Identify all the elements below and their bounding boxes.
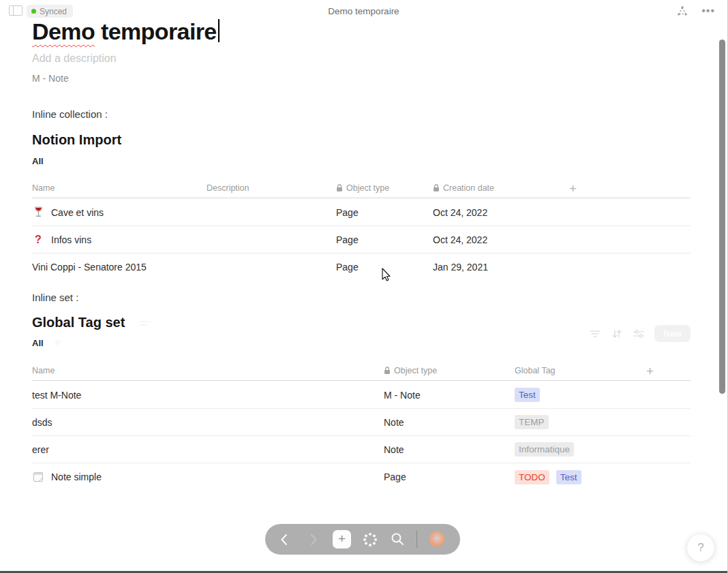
collection-view-all-tab[interactable]: All [32, 156, 44, 166]
wine-glass-icon [32, 206, 44, 218]
tag-pill[interactable]: Test [515, 388, 540, 402]
row-object-type: Page [336, 262, 433, 273]
column-header-description[interactable]: Description [207, 183, 336, 193]
table-row[interactable]: Note simple Page TODO Test [32, 463, 691, 491]
row-object-type: Note [384, 417, 515, 428]
row-tags: TODO Test [515, 470, 646, 484]
column-header-name[interactable]: Name [32, 183, 207, 193]
sort-icon[interactable] [611, 328, 623, 339]
column-header-object-type[interactable]: Object type [384, 366, 515, 375]
row-name: Cave et vins [51, 207, 104, 218]
set-title[interactable]: Global Tag set [32, 315, 125, 330]
column-header-creation-date[interactable]: Creation date [433, 183, 569, 193]
row-creation-date: Oct 24, 2022 [433, 234, 569, 245]
toolbar-divider [416, 531, 417, 548]
row-object-type: M - Note [384, 390, 515, 401]
column-header-object-type[interactable]: Object type [336, 183, 433, 193]
column-header-name[interactable]: Name [32, 366, 384, 375]
row-name: Vini Coppi - Senatore 2015 [32, 262, 147, 273]
description-placeholder[interactable]: Add a description [32, 52, 117, 65]
create-object-icon[interactable]: + [333, 530, 351, 548]
row-object-type: Note [384, 444, 515, 455]
set-toolbar: New [589, 325, 691, 342]
back-icon[interactable] [279, 533, 290, 546]
tag-pill[interactable]: Test [556, 470, 581, 484]
apps-grid-icon[interactable] [361, 531, 379, 548]
document-body: Demo temporaire Add a description M - No… [32, 0, 691, 573]
row-object-type: Page [384, 471, 515, 482]
row-name: test M-Note [32, 390, 81, 401]
page-title[interactable]: Demo temporaire [32, 18, 219, 45]
row-tags: Informatique [515, 442, 646, 456]
table-row[interactable]: Infos vins Page Oct 24, 2022 [32, 226, 691, 253]
new-object-button[interactable]: New [654, 325, 691, 342]
search-icon[interactable] [389, 531, 406, 547]
set-view-all-tab[interactable]: All [32, 338, 44, 348]
row-name: erer [32, 444, 49, 455]
collection-title[interactable]: Notion Import [32, 132, 121, 148]
set-table-header: Name Object type Global Tag + [32, 361, 691, 381]
page-title-rest: temporaire [101, 18, 217, 44]
scrollbar-thumb[interactable] [719, 40, 725, 394]
add-column-button[interactable]: + [569, 182, 577, 195]
row-object-type: Page [336, 207, 433, 218]
help-button[interactable]: ? [687, 534, 714, 561]
table-row[interactable]: erer Note Informatique [32, 436, 691, 463]
bottom-navigation-toolbar: + [265, 524, 460, 555]
note-icon [32, 471, 44, 482]
lock-icon [384, 367, 391, 375]
more-menu-icon[interactable]: ••• [701, 5, 715, 17]
question-mark-icon [32, 234, 44, 246]
filter-icon[interactable] [589, 328, 601, 339]
row-object-type: Page [336, 234, 433, 245]
app-window: Synced Demo temporaire ••• Demo temporai… [0, 0, 728, 573]
row-name: Infos vins [51, 234, 91, 245]
tag-pill[interactable]: TEMP [515, 415, 549, 429]
row-name: dsds [32, 417, 52, 428]
space-avatar[interactable] [429, 531, 444, 546]
table-row[interactable]: dsds Note TEMP [32, 409, 691, 436]
object-type-label[interactable]: M - Note [32, 73, 69, 84]
text-caret [218, 19, 219, 42]
set-menu-icon[interactable] [140, 319, 151, 331]
inline-collection-intro: Inline collection : [32, 108, 108, 120]
lock-icon [433, 184, 440, 192]
add-column-button[interactable]: + [646, 365, 654, 377]
tag-pill[interactable]: Informatique [515, 442, 574, 456]
add-view-icon[interactable]: + [54, 335, 62, 351]
tag-pill[interactable]: TODO [515, 470, 549, 484]
page-title-word: Demo [32, 18, 95, 44]
inline-set-intro: Inline set : [32, 292, 78, 303]
row-tags: Test [515, 388, 646, 402]
forward-icon[interactable] [308, 533, 319, 546]
settings-sliders-icon[interactable] [633, 328, 645, 339]
column-header-global-tag[interactable]: Global Tag [515, 366, 646, 375]
row-tags: TEMP [515, 415, 646, 429]
lock-icon [336, 184, 343, 192]
row-creation-date: Jan 29, 2021 [433, 262, 569, 273]
table-row[interactable]: test M-Note M - Note Test [32, 382, 691, 409]
row-name: Note simple [51, 471, 102, 482]
row-creation-date: Oct 24, 2022 [433, 207, 569, 218]
table-row[interactable]: Cave et vins Page Oct 24, 2022 [32, 199, 691, 226]
collection-table-header: Name Description Object type Creation da… [32, 179, 691, 198]
table-row[interactable]: Vini Coppi - Senatore 2015 Page Jan 29, … [32, 253, 691, 281]
